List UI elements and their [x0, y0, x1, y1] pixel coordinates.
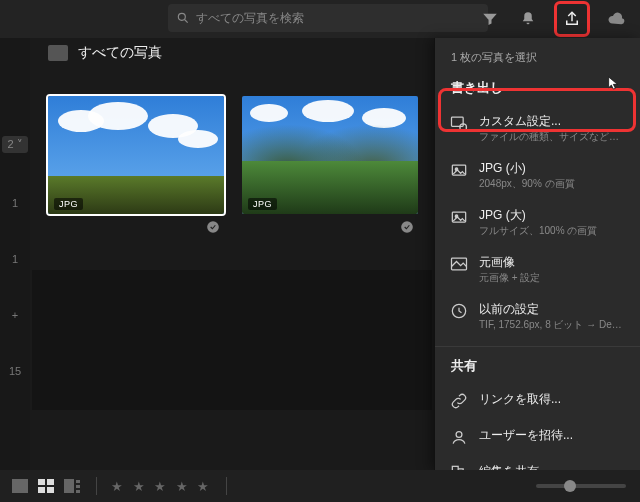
share-button-highlight — [554, 1, 590, 37]
bell-icon[interactable] — [516, 7, 540, 31]
svg-rect-19 — [47, 487, 54, 493]
link-icon — [449, 391, 469, 411]
top-bar: すべての写真を検索 — [0, 0, 640, 38]
share-item-label: リンクを取得... — [479, 391, 626, 408]
image-icon — [449, 207, 469, 227]
image-icon — [449, 160, 469, 180]
sidebar-tag[interactable]: 2 ˅ — [2, 136, 27, 153]
export-section-title: 書き出し — [435, 75, 640, 105]
svg-point-3 — [401, 221, 413, 233]
filter-icon[interactable] — [478, 7, 502, 31]
svg-rect-20 — [64, 479, 74, 493]
format-badge: JPG — [54, 198, 83, 210]
svg-point-2 — [207, 221, 219, 233]
thumbnail-2[interactable]: JPG — [242, 96, 418, 238]
sidebar-count-2: 1 — [12, 253, 18, 265]
user-icon — [449, 427, 469, 447]
share-section-title: 共有 — [435, 353, 640, 383]
view-switcher — [10, 478, 82, 494]
export-panel: 1 枚の写真を選択 書き出し カスタム設定...ファイルの種類、サイズなどを選択… — [434, 38, 640, 470]
share-icon[interactable] — [560, 7, 584, 31]
export-item-label: 元画像 — [479, 254, 626, 271]
svg-rect-21 — [76, 480, 80, 483]
sync-check-icon — [242, 214, 418, 238]
svg-rect-18 — [38, 487, 45, 493]
separator — [96, 477, 97, 495]
rating-filter[interactable]: ★ ★ ★ ★ ★ — [111, 479, 212, 494]
bottom-bar: ★ ★ ★ ★ ★ — [0, 470, 640, 502]
page-title: すべての写真 — [78, 44, 162, 62]
share-invite-user[interactable]: ユーザーを招待... — [435, 419, 640, 455]
export-item-sub: 元画像 + 設定 — [479, 271, 626, 285]
svg-rect-16 — [38, 479, 45, 485]
view-photogrid-icon[interactable] — [10, 478, 30, 494]
left-sidebar: 2 ˅ 1 1 + 15 — [0, 38, 30, 470]
history-icon — [449, 301, 469, 321]
search-box[interactable]: すべての写真を検索 — [168, 4, 488, 32]
share-item-label: ユーザーを招待... — [479, 427, 626, 444]
cloud-icon[interactable] — [604, 7, 628, 31]
export-previous[interactable]: 以前の設定TIF, 1752.6px, 8 ビット → Desktop — [435, 293, 640, 340]
export-original[interactable]: 元画像元画像 + 設定 — [435, 246, 640, 293]
share-get-link[interactable]: リンクを取得... — [435, 383, 640, 419]
format-badge: JPG — [248, 198, 277, 210]
thumbnail-size-slider[interactable] — [536, 484, 626, 488]
top-icons — [478, 0, 628, 38]
export-item-sub: ファイルの種類、サイズなどを選択します — [479, 130, 626, 144]
photos-icon — [48, 45, 68, 61]
view-square-icon[interactable] — [36, 478, 56, 494]
export-item-label: 以前の設定 — [479, 301, 626, 318]
view-detail-icon[interactable] — [62, 478, 82, 494]
page-header: すべての写真 — [48, 44, 162, 62]
filmstrip-area — [32, 270, 432, 410]
export-item-label: JPG (小) — [479, 160, 626, 177]
export-jpg-small[interactable]: JPG (小)2048px、90% の画質 — [435, 152, 640, 199]
svg-line-1 — [185, 20, 188, 23]
thumbnail-grid: JPG JPG — [48, 96, 418, 238]
export-jpg-large[interactable]: JPG (大)フルサイズ、100% の画質 — [435, 199, 640, 246]
thumbnail-image: JPG — [242, 96, 418, 214]
sidebar-plus[interactable]: + — [12, 309, 18, 321]
export-item-sub: TIF, 1752.6px, 8 ビット → Desktop — [479, 318, 626, 332]
svg-rect-17 — [47, 479, 54, 485]
original-icon — [449, 254, 469, 274]
sidebar-count-15: 15 — [9, 365, 21, 377]
export-item-label: カスタム設定... — [479, 113, 626, 130]
thumbnail-1[interactable]: JPG — [48, 96, 224, 238]
selection-status: 1 枚の写真を選択 — [435, 50, 640, 75]
divider — [435, 346, 640, 347]
svg-rect-22 — [76, 485, 80, 488]
sidebar-count-1: 1 — [12, 197, 18, 209]
search-placeholder: すべての写真を検索 — [196, 10, 304, 27]
export-custom[interactable]: カスタム設定...ファイルの種類、サイズなどを選択します — [435, 105, 640, 152]
export-item-sub: 2048px、90% の画質 — [479, 177, 626, 191]
svg-point-12 — [456, 432, 462, 438]
svg-point-0 — [178, 13, 185, 20]
svg-rect-15 — [12, 479, 28, 493]
image-gear-icon — [449, 113, 469, 133]
thumbnail-image: JPG — [48, 96, 224, 214]
separator — [226, 477, 227, 495]
sync-check-icon — [48, 214, 224, 238]
slider-thumb[interactable] — [564, 480, 576, 492]
svg-rect-23 — [76, 490, 80, 493]
search-icon — [176, 11, 190, 25]
export-item-label: JPG (大) — [479, 207, 626, 224]
export-item-sub: フルサイズ、100% の画質 — [479, 224, 626, 238]
